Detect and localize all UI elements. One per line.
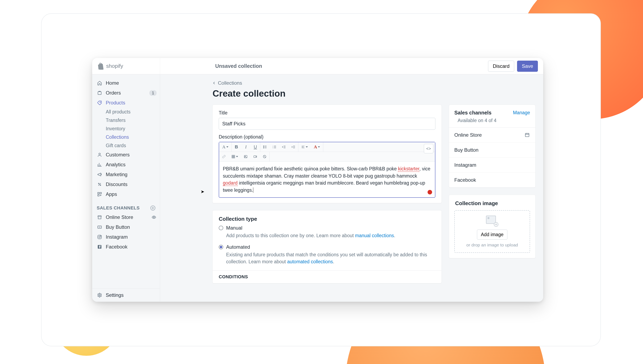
svg-rect-7	[98, 195, 99, 196]
automated-radio-label: Automated	[226, 244, 250, 250]
outdent-button[interactable]	[279, 142, 289, 152]
sidebar-item-label: Products	[106, 100, 157, 106]
numbered-list-button[interactable]: 123	[270, 142, 279, 152]
svg-point-4	[100, 185, 101, 186]
sidebar-item-label: Analytics	[106, 162, 157, 168]
image-button[interactable]	[241, 152, 250, 161]
sidebar-item-customers[interactable]: Customers	[92, 150, 160, 160]
svg-point-8	[153, 217, 155, 218]
table-dropdown[interactable]	[229, 152, 241, 161]
underline-button[interactable]: U	[251, 142, 260, 152]
sidebar-item-analytics[interactable]: Analytics	[92, 160, 160, 170]
sidebar-channel-instagram[interactable]: Instagram	[92, 232, 160, 242]
sidebar-item-settings[interactable]: Settings	[92, 288, 160, 302]
svg-point-11	[99, 236, 100, 238]
bold-button[interactable]: B	[232, 142, 241, 152]
sidebar-channel-facebook[interactable]: Facebook	[92, 242, 160, 252]
radio-icon	[219, 245, 223, 249]
add-image-button[interactable]: Add image	[477, 230, 507, 240]
sidebar-item-label: Facebook	[106, 244, 157, 250]
svg-point-1	[100, 102, 101, 102]
channel-list: Online Store Buy Button Instagram Facebo…	[449, 128, 535, 188]
subnav-collections[interactable]: Collections	[106, 133, 160, 142]
automated-radio-row[interactable]: Automated	[213, 241, 442, 250]
svg-point-2	[99, 153, 100, 155]
manage-channels-link[interactable]: Manage	[513, 110, 530, 116]
breadcrumb[interactable]: Collections	[213, 80, 535, 86]
align-dropdown[interactable]	[298, 142, 311, 152]
subnav-inventory[interactable]: Inventory	[106, 124, 160, 133]
automated-collections-link[interactable]: automated collections	[287, 259, 333, 264]
sidebar-item-products[interactable]: Products	[92, 98, 160, 108]
channel-buy-button[interactable]: Buy Button	[449, 143, 535, 158]
main-column: Title Description (optional) <> A B I	[213, 105, 442, 283]
channel-facebook[interactable]: Facebook	[449, 173, 535, 188]
subnav-gift-cards[interactable]: Gift cards	[106, 142, 160, 150]
side-column: Sales channels Manage Available on 4 of …	[449, 105, 535, 283]
manual-radio-row[interactable]: Manual	[213, 222, 442, 231]
buy-button-icon	[97, 224, 103, 230]
view-store-icon[interactable]	[151, 214, 157, 220]
sidebar-item-label: Online Store	[106, 214, 148, 220]
sidebar-item-apps[interactable]: Apps	[92, 189, 160, 199]
svg-point-12	[101, 236, 101, 236]
sidebar-channel-buy-button[interactable]: Buy Button	[92, 222, 160, 232]
marketing-icon	[97, 172, 103, 178]
sidebar-item-label: Buy Button	[106, 224, 157, 230]
sidebar-item-discounts[interactable]: Discounts	[92, 180, 160, 189]
svg-rect-26	[525, 134, 529, 137]
channel-online-store[interactable]: Online Store	[449, 128, 535, 143]
collection-image-header: Collection image	[449, 195, 535, 210]
sidebar-item-marketing[interactable]: Marketing	[92, 170, 160, 180]
discard-button[interactable]: Discard	[488, 61, 514, 72]
gear-icon	[97, 292, 103, 298]
orders-icon	[97, 90, 103, 96]
sales-channels-card: Sales channels Manage Available on 4 of …	[449, 105, 535, 188]
text-color-dropdown[interactable]: A	[311, 142, 323, 152]
sidebar-item-label: Home	[106, 80, 157, 86]
svg-rect-6	[100, 192, 101, 194]
drop-hint-text: or drop an image to upload	[466, 242, 518, 248]
collection-type-header: Collection type	[213, 210, 442, 222]
font-family-dropdown[interactable]: A	[219, 142, 231, 152]
shopify-logo-icon	[98, 63, 104, 70]
add-channel-icon[interactable]	[150, 206, 155, 210]
editor-toolbar-row-1: A B I U 123	[219, 142, 435, 152]
instagram-icon	[97, 234, 103, 240]
main-content: Collections Create collection Title Desc…	[160, 74, 543, 302]
image-dropzone[interactable]: Add image or drop an image to upload	[454, 210, 530, 253]
code-view-toggle[interactable]: <>	[424, 144, 433, 153]
calendar-icon[interactable]	[525, 132, 530, 138]
subnav-all-products[interactable]: All products	[106, 108, 160, 116]
sidebar-item-home[interactable]: Home	[92, 78, 160, 88]
title-label: Title	[219, 110, 435, 116]
brand[interactable]: shopify	[92, 58, 160, 74]
sidebar: Home Orders 1 Products All products Tran…	[92, 74, 160, 302]
bullet-list-button[interactable]	[260, 142, 270, 152]
rich-text-editor: <> A B I U 123	[219, 142, 435, 198]
settings-label: Settings	[106, 292, 124, 298]
sidebar-channel-online-store[interactable]: Online Store	[92, 212, 160, 222]
italic-button[interactable]: I	[241, 142, 251, 152]
channel-instagram[interactable]: Instagram	[449, 158, 535, 173]
title-input[interactable]	[219, 118, 435, 130]
online-store-icon	[97, 214, 103, 220]
svg-point-14	[99, 294, 100, 296]
description-textarea[interactable]: PBR&B umami portland fixie aesthetic qui…	[219, 162, 435, 197]
sales-channels-title: Sales channels	[454, 110, 492, 116]
save-button[interactable]: Save	[517, 61, 538, 72]
topbar-actions: Discard Save	[488, 61, 543, 72]
apps-icon	[97, 191, 103, 197]
video-button[interactable]	[250, 152, 260, 161]
sidebar-item-orders[interactable]: Orders 1	[92, 88, 160, 98]
nav: Home Orders 1 Products All products Tran…	[92, 74, 160, 288]
clear-format-button[interactable]	[260, 152, 269, 161]
automated-help-text: Existing and future products that match …	[213, 250, 442, 265]
content-row: Title Description (optional) <> A B I	[213, 105, 535, 283]
subnav-transfers[interactable]: Transfers	[106, 116, 160, 124]
customers-icon	[97, 152, 103, 158]
sidebar-item-label: Apps	[106, 191, 157, 197]
manual-collections-link[interactable]: manual collections	[355, 233, 394, 238]
indent-button[interactable]	[289, 142, 298, 152]
svg-rect-5	[98, 192, 99, 194]
